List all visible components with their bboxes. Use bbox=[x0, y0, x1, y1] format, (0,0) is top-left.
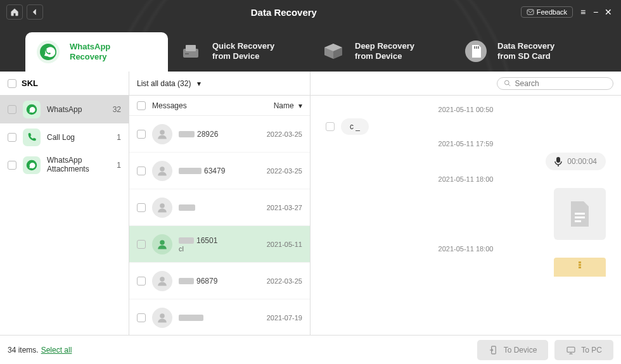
avatar-icon bbox=[152, 124, 172, 144]
message-checkbox[interactable] bbox=[137, 240, 146, 249]
device-name: SKL bbox=[22, 78, 38, 88]
message-item[interactable]: 16501cl2021-05-11 bbox=[129, 226, 310, 263]
avatar-icon bbox=[152, 308, 172, 328]
sort-icon: ▾ bbox=[298, 101, 302, 110]
svg-point-18 bbox=[160, 240, 165, 245]
message-checkbox[interactable] bbox=[137, 313, 146, 322]
svg-rect-12 bbox=[478, 46, 479, 49]
svg-rect-25 bbox=[575, 217, 585, 218]
message-date: 2021-07-19 bbox=[267, 314, 302, 322]
search-box[interactable] bbox=[497, 77, 613, 90]
timestamp: 2021-05-11 00:50 bbox=[326, 106, 606, 113]
sidebar-item-whatsapp-attachments[interactable]: WhatsApp Attachments 1 bbox=[0, 151, 129, 179]
svg-rect-4 bbox=[186, 45, 196, 51]
tab-sd-recovery[interactable]: Data Recovery from SD Card bbox=[453, 31, 596, 72]
whatsapp-icon bbox=[23, 101, 41, 118]
voice-message[interactable]: 00:00:04 bbox=[546, 153, 606, 170]
svg-line-22 bbox=[508, 84, 510, 86]
item-count: 34 items. bbox=[8, 346, 39, 355]
search-icon bbox=[504, 79, 511, 87]
svg-point-21 bbox=[504, 80, 509, 85]
microphone-icon bbox=[554, 156, 562, 166]
feedback-label: Feedback bbox=[537, 8, 567, 16]
svg-rect-0 bbox=[527, 9, 534, 15]
svg-rect-26 bbox=[575, 220, 581, 222]
avatar-icon bbox=[152, 271, 172, 291]
message-date: 2022-03-25 bbox=[267, 277, 302, 285]
svg-point-19 bbox=[160, 277, 165, 282]
message-checkbox[interactable] bbox=[137, 277, 146, 286]
quick-recovery-icon bbox=[177, 37, 205, 65]
svg-rect-24 bbox=[575, 213, 585, 215]
tab-deep-recovery[interactable]: Deep Recovery from Device bbox=[310, 31, 453, 72]
message-item[interactable]: 968792022-03-25 bbox=[129, 263, 310, 299]
select-all-categories-checkbox[interactable] bbox=[8, 79, 16, 88]
zip-icon bbox=[573, 260, 586, 273]
checkbox-call-log[interactable] bbox=[8, 133, 16, 142]
message-date: 2022-03-25 bbox=[267, 130, 302, 138]
search-input[interactable] bbox=[515, 79, 606, 88]
whatsapp-icon bbox=[34, 38, 62, 66]
timestamp: 2021-05-11 18:00 bbox=[326, 175, 606, 183]
chat-bubble: c _ bbox=[341, 118, 369, 135]
svg-rect-23 bbox=[556, 157, 560, 163]
sidebar-item-call-log[interactable]: Call Log 1 bbox=[0, 123, 129, 151]
svg-rect-11 bbox=[476, 46, 477, 49]
avatar-icon bbox=[152, 161, 172, 181]
svg-point-16 bbox=[160, 166, 165, 172]
document-attachment[interactable] bbox=[554, 188, 606, 240]
to-pc-icon bbox=[566, 345, 576, 355]
message-item[interactable]: 2021-03-27 bbox=[129, 189, 310, 226]
message-checkbox[interactable] bbox=[137, 166, 146, 175]
checkbox-whatsapp[interactable] bbox=[8, 105, 16, 114]
deep-recovery-icon bbox=[319, 37, 347, 65]
messages-list: 289262022-03-25634792022-03-252021-03-27… bbox=[129, 116, 310, 335]
message-date: 2021-05-11 bbox=[267, 241, 302, 248]
menu-icon[interactable]: ≡ bbox=[577, 7, 589, 17]
message-checkbox[interactable] bbox=[326, 122, 335, 131]
column-messages: Messages bbox=[152, 101, 267, 110]
svg-rect-29 bbox=[579, 267, 581, 268]
svg-point-17 bbox=[160, 203, 165, 208]
message-date: 2021-03-27 bbox=[267, 204, 302, 211]
sidebar-item-whatsapp[interactable]: WhatsApp 32 bbox=[0, 96, 129, 123]
minimize-button[interactable]: − bbox=[589, 7, 602, 17]
checkbox-attachments[interactable] bbox=[8, 161, 16, 170]
feedback-button[interactable]: Feedback bbox=[521, 6, 573, 18]
home-button[interactable] bbox=[6, 4, 23, 20]
message-checkbox[interactable] bbox=[137, 130, 146, 139]
attachment-icon bbox=[23, 156, 41, 174]
timestamp: 2021-05-11 18:00 bbox=[326, 245, 606, 253]
svg-rect-28 bbox=[579, 264, 581, 266]
tab-whatsapp-recovery[interactable]: WhatsApp Recovery bbox=[25, 32, 168, 72]
document-icon bbox=[568, 200, 591, 228]
phone-icon bbox=[23, 129, 41, 146]
svg-rect-27 bbox=[579, 261, 581, 263]
to-pc-button[interactable]: To PC bbox=[554, 340, 613, 360]
to-device-icon bbox=[489, 345, 499, 355]
message-item[interactable]: 634792022-03-25 bbox=[129, 153, 310, 189]
svg-point-20 bbox=[160, 313, 165, 318]
close-button[interactable]: ✕ bbox=[602, 7, 615, 17]
select-all-messages-checkbox[interactable] bbox=[137, 101, 146, 110]
svg-rect-5 bbox=[185, 53, 189, 54]
message-date: 2022-03-25 bbox=[267, 167, 302, 175]
sd-card-icon bbox=[462, 37, 490, 65]
back-button[interactable] bbox=[27, 4, 43, 20]
message-checkbox[interactable] bbox=[137, 203, 146, 212]
filter-dropdown[interactable]: List all data (32) ▾ bbox=[137, 79, 201, 88]
timestamp: 2021-05-11 17:59 bbox=[326, 140, 606, 147]
avatar-icon bbox=[152, 198, 172, 218]
svg-point-15 bbox=[160, 130, 165, 135]
select-all-link[interactable]: Select all bbox=[41, 346, 72, 355]
to-device-button[interactable]: To Device bbox=[477, 340, 549, 360]
svg-rect-32 bbox=[567, 347, 575, 352]
svg-rect-10 bbox=[474, 46, 475, 49]
zip-attachment[interactable] bbox=[554, 258, 606, 277]
avatar-icon bbox=[152, 234, 172, 254]
message-item[interactable]: 2021-07-19 bbox=[129, 299, 310, 335]
message-item[interactable]: 289262022-03-25 bbox=[129, 116, 310, 153]
column-name-sort[interactable]: Name ▾ bbox=[274, 101, 302, 110]
tab-quick-recovery[interactable]: Quick Recovery from Device bbox=[168, 31, 310, 72]
app-title: Data Recovery bbox=[47, 7, 521, 18]
